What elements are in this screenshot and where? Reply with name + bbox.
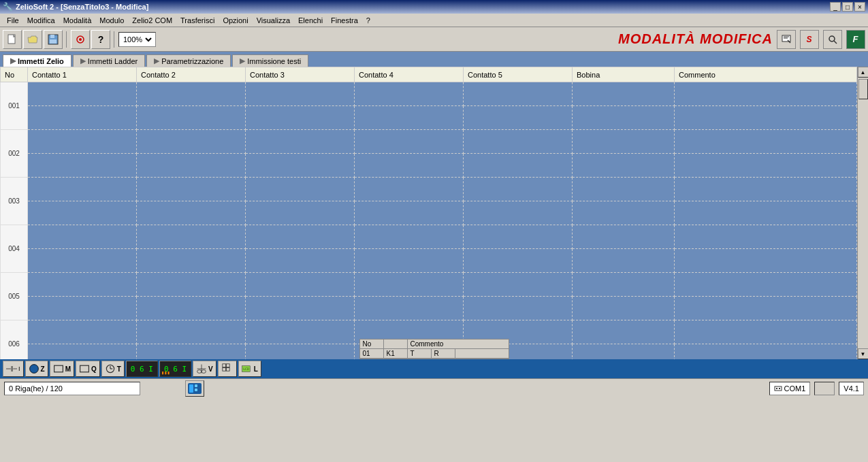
close-button[interactable]: ×	[854, 2, 865, 12]
grid-cell[interactable]	[573, 320, 675, 344]
menu-modulo[interactable]: Modulo	[95, 15, 128, 26]
menu-file[interactable]: File	[3, 15, 23, 26]
rung-comment-value[interactable]	[455, 349, 509, 358]
grid-cell-sub[interactable]	[137, 106, 246, 130]
counter-button[interactable]: 0 6 I	[126, 361, 158, 377]
grid-cell[interactable]	[28, 273, 137, 297]
grid-cell[interactable]	[573, 82, 675, 106]
grid-cell[interactable]	[355, 178, 464, 201]
grid-cell-sub[interactable]	[137, 201, 246, 225]
grid-cell[interactable]	[675, 225, 857, 249]
table-row[interactable]: 003	[1, 178, 857, 201]
grid-cell[interactable]	[28, 178, 137, 201]
grid-cell[interactable]	[675, 130, 857, 154]
scroll-down-button[interactable]: ▼	[858, 348, 869, 359]
grid-cell[interactable]	[573, 130, 675, 154]
grid-cell[interactable]	[137, 130, 246, 154]
grid-cell-sub[interactable]	[464, 249, 573, 273]
menu-elenchi[interactable]: Elenchi	[294, 15, 327, 26]
grid-cell[interactable]	[355, 273, 464, 297]
grid-cell[interactable]	[573, 273, 675, 297]
mode-search-button[interactable]	[823, 30, 842, 49]
menu-finestra[interactable]: Finestra	[327, 15, 362, 26]
scrollbar-vertical[interactable]: ▲ ▼	[857, 67, 868, 359]
grid-cell[interactable]	[355, 82, 464, 106]
mode-extra-button[interactable]: F	[846, 30, 865, 49]
table-row[interactable]: 001	[1, 82, 857, 106]
grid-cell-sub[interactable]	[28, 297, 137, 320]
grid-cell-sub[interactable]	[675, 154, 857, 178]
grid-cell-sub[interactable]	[246, 154, 355, 178]
grid-cell[interactable]	[675, 320, 857, 344]
grid-cell[interactable]	[675, 178, 857, 201]
grid-button[interactable]	[218, 361, 237, 377]
grid-cell-sub[interactable]	[675, 344, 857, 360]
grid-cell-sub[interactable]	[573, 297, 675, 320]
tab-parametrizzazione[interactable]: ▶ Parametrizzazione	[146, 54, 231, 67]
grid-cell[interactable]	[675, 273, 857, 297]
save-button[interactable]	[44, 30, 63, 49]
grid-cell[interactable]	[246, 320, 355, 344]
grid-cell-sub[interactable]	[28, 106, 137, 130]
grid-cell-sub[interactable]	[573, 154, 675, 178]
menu-visualizza[interactable]: Visualizza	[253, 15, 294, 26]
table-row[interactable]: 005	[1, 273, 857, 297]
scroll-up-button[interactable]: ▲	[858, 67, 869, 78]
grid-cell-sub[interactable]	[28, 344, 137, 360]
grid-cell[interactable]	[137, 225, 246, 249]
grid-cell[interactable]	[137, 82, 246, 106]
grid-cell[interactable]	[246, 273, 355, 297]
minimize-button[interactable]: _	[830, 2, 841, 12]
grid-cell[interactable]	[355, 225, 464, 249]
grid-cell[interactable]	[137, 273, 246, 297]
grid-cell-sub[interactable]	[355, 154, 464, 178]
grid-cell-sub[interactable]	[246, 297, 355, 320]
grid-cell-sub[interactable]	[28, 249, 137, 273]
table-row[interactable]: 002	[1, 130, 857, 154]
grid-cell-sub[interactable]	[464, 201, 573, 225]
grid-cell-sub[interactable]	[464, 297, 573, 320]
grid-cell-sub[interactable]	[28, 201, 137, 225]
open-button[interactable]	[23, 30, 42, 49]
grid-cell[interactable]	[464, 82, 573, 106]
table-row-sub[interactable]	[1, 201, 857, 225]
grid-cell[interactable]	[464, 273, 573, 297]
grid-cell-sub[interactable]	[246, 201, 355, 225]
grid-cell-sub[interactable]	[137, 249, 246, 273]
menu-opzioni[interactable]: Opzioni	[219, 15, 252, 26]
menu-trasferisci[interactable]: Trasferisci	[176, 15, 219, 26]
maximize-button[interactable]: □	[842, 2, 853, 12]
grid-cell[interactable]	[246, 178, 355, 201]
block-m-button[interactable]: M	[50, 361, 74, 377]
zoom-combo[interactable]: 75% 100% 125% 150%	[118, 32, 156, 47]
grid-cell-sub[interactable]	[675, 249, 857, 273]
grid-cell[interactable]	[246, 130, 355, 154]
grid-cell-sub[interactable]	[675, 106, 857, 130]
grid-cell-sub[interactable]	[137, 154, 246, 178]
grid-cell[interactable]	[28, 320, 137, 344]
grid-cell[interactable]	[464, 225, 573, 249]
grid-cell-sub[interactable]	[675, 201, 857, 225]
grid-cell-sub[interactable]	[573, 249, 675, 273]
new-button[interactable]	[3, 30, 22, 49]
menu-zelio2com[interactable]: Zelio2 COM	[128, 15, 176, 26]
grid-cell[interactable]	[28, 130, 137, 154]
table-row-sub[interactable]	[1, 154, 857, 178]
clock-button[interactable]: T	[101, 361, 125, 377]
grid-cell[interactable]	[464, 130, 573, 154]
table-row-sub[interactable]	[1, 106, 857, 130]
menu-modifica[interactable]: Modifica	[23, 15, 59, 26]
menu-modalita[interactable]: Modalità	[59, 15, 96, 26]
grid-cell[interactable]	[573, 225, 675, 249]
grid-cell-sub[interactable]	[28, 154, 137, 178]
tab-immetti-ladder[interactable]: ▶ Immetti Ladder	[73, 54, 145, 67]
block-q-button[interactable]: Q	[76, 361, 100, 377]
line-tool-button[interactable]: I	[3, 361, 24, 377]
scale-button[interactable]: V	[193, 361, 216, 377]
grid-cell-sub[interactable]	[464, 106, 573, 130]
tab-immissione-testi[interactable]: ▶ Immissione testi	[232, 54, 308, 67]
grid-cell-sub[interactable]	[137, 344, 246, 360]
mode-edit-button[interactable]	[777, 30, 796, 49]
grid-cell-sub[interactable]	[246, 106, 355, 130]
grid-cell-sub[interactable]	[246, 249, 355, 273]
